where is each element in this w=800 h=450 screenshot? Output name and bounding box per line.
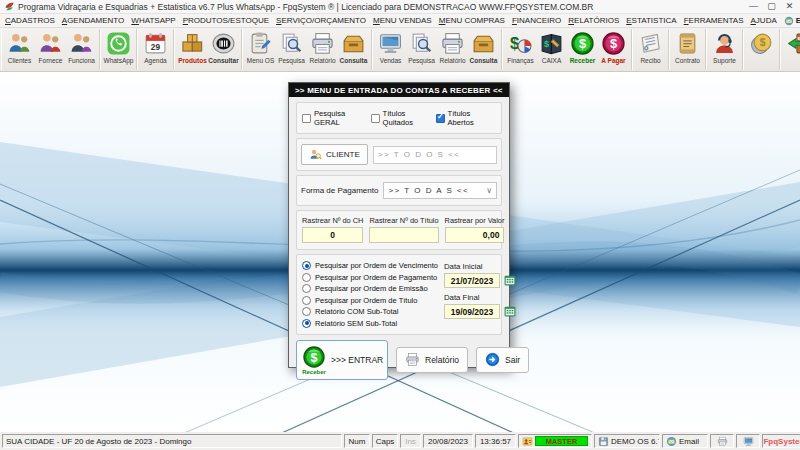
menu-cadastros[interactable]: CADASTROS xyxy=(5,16,55,25)
whatsapp-icon xyxy=(106,31,131,56)
brand-label: FpqSystem xyxy=(763,437,800,446)
menu-produtos-estoque[interactable]: PRODUTOS/ESTOQUE xyxy=(183,16,269,25)
toolbar-button-consulta-vendas[interactable]: Consulta xyxy=(468,29,499,70)
toolbar-label: Consulta xyxy=(470,57,498,64)
radio-ordem-vencimento[interactable]: Pesquisar por Ordem de Vencimento xyxy=(302,261,438,270)
sair-button-label: Sair xyxy=(505,355,520,365)
radio-label: Pesquisar por Ordem de Emissão xyxy=(315,284,428,293)
data-final-input[interactable]: 19/09/2023 xyxy=(444,304,500,319)
toolbar-button-fornece[interactable]: Fornece xyxy=(35,29,66,70)
toolbar-button-pesquisa-vendas[interactable]: Pesquisa xyxy=(406,29,437,70)
svg-text:29: 29 xyxy=(151,42,161,52)
status-user-level: MASTER xyxy=(535,436,588,446)
toolbar-button-contrato[interactable]: Contrato xyxy=(672,29,703,70)
radio-label: Pesquisar por Ordem de Pagamento xyxy=(315,273,437,282)
status-network xyxy=(736,434,760,448)
toolbar-button-caixa[interactable]: $CAIXA xyxy=(536,29,567,70)
toolbar-button-clientes[interactable]: Clientes xyxy=(4,29,35,70)
toolbar-button-recibo[interactable]: Recibo xyxy=(635,29,666,70)
support-icon xyxy=(712,31,737,56)
toolbar-label: Fornece xyxy=(39,57,63,64)
toolbar-group-people: Clientes Fornece Funciona xyxy=(1,29,100,70)
calendar-picker-icon[interactable] xyxy=(503,274,517,287)
checkbox-box xyxy=(436,114,445,123)
menu-servico-orcamento[interactable]: SERVIÇO/ORÇAMENTO xyxy=(276,16,366,25)
rastrear-valor-input[interactable]: 0,00 xyxy=(445,227,505,243)
toolbar-button-a-pagar[interactable]: $A Pagar xyxy=(598,29,629,70)
checkbox-label: Títulos Quitados xyxy=(383,109,436,127)
sair-button[interactable]: Sair xyxy=(476,347,529,373)
svg-text:$: $ xyxy=(610,36,618,51)
calendar-picker-icon[interactable] xyxy=(503,305,517,318)
menu-estatistica[interactable]: ESTATISTICA xyxy=(626,16,676,25)
checkbox-titulos-abertos[interactable]: Títulos Abertos xyxy=(436,109,496,127)
cliente-button[interactable]: CLIENTE xyxy=(301,144,368,165)
application-window: Programa Vidraçaria e Esquadrias + Estat… xyxy=(0,0,800,450)
toolbar-label: Pesquisa xyxy=(408,57,435,64)
data-inicial-input[interactable]: 21/07/2023 xyxy=(444,273,500,288)
toolbar-button-produtos[interactable]: Produtos xyxy=(177,29,208,70)
toolbar-button-consultar[interactable]: Consultar xyxy=(208,29,239,70)
order-radio-group: Pesquisar por Ordem de Vencimento Pesqui… xyxy=(302,261,438,328)
radio-relatorio-sem-subtotal[interactable]: Relatório SEM Sub-Total xyxy=(302,319,438,328)
toolbar-label: Menu OS xyxy=(247,57,274,64)
status-time: 13:36:57 xyxy=(475,434,516,448)
menu-relatorios[interactable]: RELATÓRIOS xyxy=(568,16,619,25)
forma-pagamento-select[interactable]: >> T O D A S << ∨ xyxy=(383,182,497,199)
radio-label: Pesquisar por Ordem de Título xyxy=(315,296,417,305)
menu-menu-compras[interactable]: MENU COMPRAS xyxy=(439,16,505,25)
toolbar-button-pesquisa-os[interactable]: Pesquisa xyxy=(276,29,307,70)
toolbar-button-exit[interactable]: EXIT xyxy=(783,29,800,70)
menu-ajuda[interactable]: AJUDA xyxy=(751,16,777,25)
toolbar-button-coin[interactable]: $ xyxy=(746,29,777,70)
status-email: Email xyxy=(662,434,708,448)
toolbar-button-agenda[interactable]: 29Agenda xyxy=(140,29,171,70)
radio-ordem-pagamento[interactable]: Pesquisar por Ordem de Pagamento xyxy=(302,273,438,282)
toolbar-button-whatsapp[interactable]: WhatsApp xyxy=(103,29,134,70)
employees-icon xyxy=(69,31,94,56)
relatorio-button-label: Relatório xyxy=(425,355,459,365)
rastrear-ch-input[interactable]: 0 xyxy=(302,227,363,243)
menu-email[interactable]: E-MAIL xyxy=(784,16,800,26)
toolbar-button-menu-os[interactable]: Menu OS xyxy=(245,29,276,70)
toolbar-button-relatorio-vendas[interactable]: Relatório xyxy=(437,29,468,70)
toolbar-button-receber[interactable]: $Receber xyxy=(567,29,598,70)
entrar-button[interactable]: $ Receber >>> ENTRAR xyxy=(296,340,388,380)
toolbar-label: Relatório xyxy=(439,57,465,64)
toolbar-button-suporte[interactable]: Suporte xyxy=(709,29,740,70)
minimize-button[interactable]: — xyxy=(745,1,762,13)
menu-financeiro[interactable]: FINANCEIRO xyxy=(512,16,561,25)
status-caps-lock: Caps xyxy=(372,434,398,448)
checkbox-pesquisa-geral[interactable]: Pesquisa GERAL xyxy=(302,109,371,127)
cliente-input[interactable]: >> T O D O S << xyxy=(373,146,497,164)
toolbar-button-funciona[interactable]: Funciona xyxy=(66,29,97,70)
menu-whatsapp[interactable]: WHATSAPP xyxy=(131,16,175,25)
maximize-button[interactable]: ▢ xyxy=(763,1,780,13)
relatorio-button[interactable]: Relatório xyxy=(396,347,468,373)
checkbox-titulos-quitados[interactable]: Títulos Quitados xyxy=(371,109,436,127)
toolbar-button-vendas[interactable]: Vendas xyxy=(375,29,406,70)
menu-ferramentas[interactable]: FERRAMENTAS xyxy=(684,16,744,25)
toolbar-button-relatorio-os[interactable]: Relatório xyxy=(307,29,338,70)
monitor-icon xyxy=(378,31,403,56)
menu-menu-vendas[interactable]: MENU VENDAS xyxy=(373,16,432,25)
data-final-label: Data Final xyxy=(444,293,517,302)
status-demo-label: DEMO OS 6.7 xyxy=(611,437,660,446)
exit-icon: EXIT xyxy=(786,31,800,56)
radio-relatorio-com-subtotal[interactable]: Relatório COM Sub-Total xyxy=(302,307,438,316)
close-button[interactable]: ✕ xyxy=(781,1,798,13)
diskette-icon xyxy=(598,436,609,447)
chevron-down-icon: ∨ xyxy=(486,186,492,195)
svg-text:$: $ xyxy=(579,36,587,51)
toolbar-label: CAIXA xyxy=(542,57,562,64)
toolbar-button-financas[interactable]: $Finanças xyxy=(505,29,536,70)
rastrear-titulo-input[interactable] xyxy=(369,227,438,243)
toolbar-button-consulta-os[interactable]: Consulta xyxy=(338,29,369,70)
radio-circle xyxy=(302,319,311,328)
toolbar-group-exit: EXIT xyxy=(780,29,800,70)
toolbar-group-os: Menu OS Pesquisa Relatório Consulta xyxy=(242,29,372,70)
radio-ordem-titulo[interactable]: Pesquisar por Ordem de Título xyxy=(302,296,438,305)
radio-ordem-emissao[interactable]: Pesquisar por Ordem de Emissão xyxy=(302,284,438,293)
menu-email-label: E-MAIL xyxy=(796,16,800,25)
menu-agendamento[interactable]: AGENDAMENTO xyxy=(62,16,125,25)
